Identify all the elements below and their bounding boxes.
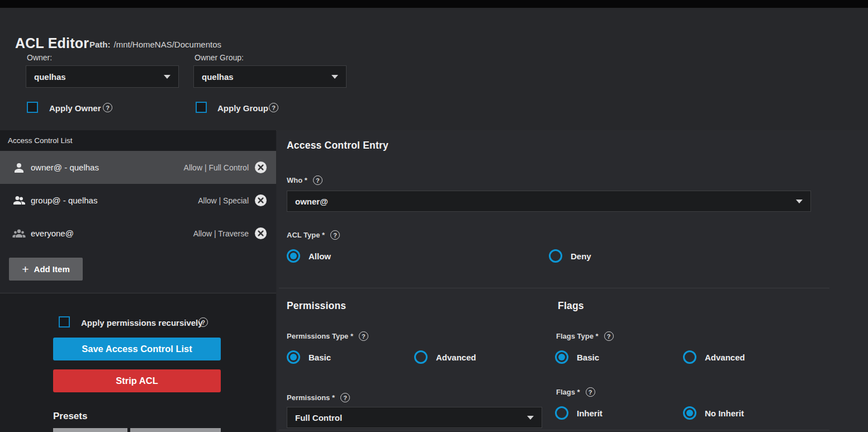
add-item-label: Add Item [34,264,70,274]
flags-section-title: Flags [558,300,584,312]
plus-icon: + [22,263,29,275]
permissions-label-row: Permissions * ? [287,393,350,402]
help-icon[interactable]: ? [340,393,350,402]
apply-recursively-checkbox[interactable] [59,316,70,327]
owner-group-select-value: quelhas [202,72,234,82]
path-value: /mnt/HomeNAS/Documentos [114,40,222,49]
chevron-down-icon [796,200,803,203]
owner-label: Owner: [27,53,52,62]
flags-label: Flags * [556,388,580,396]
chevron-down-icon [527,416,534,420]
delete-entry-icon[interactable] [254,227,267,240]
owner-group-select[interactable]: quelhas [193,65,347,88]
acl-entry-summary: Allow | Special [198,196,249,205]
delete-entry-icon[interactable] [254,194,267,207]
acl-entry-who: group@ - quelhas [31,196,97,205]
people-icon [12,194,26,207]
entry-title: Access Control Entry [287,140,388,151]
acl-type-allow-radio[interactable]: Allow [287,249,331,263]
flags-type-label: Flags Type * [556,332,599,340]
help-icon[interactable]: ? [198,317,208,327]
who-select[interactable]: owner@ [287,191,811,212]
preset-button-partial[interactable] [130,428,221,432]
permissions-type-advanced-label: Advanced [436,353,476,362]
person-icon [12,161,26,174]
permissions-type-basic-radio[interactable]: Basic [287,350,331,364]
flags-type-basic-label: Basic [577,353,599,362]
path-label: Path: [89,40,111,49]
who-select-value: owner@ [295,197,328,206]
permissions-type-label-row: Permissions Type * ? [287,331,368,341]
flags-inherit-label: Inherit [577,409,603,418]
acl-type-label-row: ACL Type * ? [287,230,340,240]
add-item-button[interactable]: + Add Item [9,258,83,281]
acl-list-title: Access Control List [0,130,276,151]
radio-checked-icon[interactable] [287,249,300,263]
acl-entry-who: everyone@ [31,229,74,238]
apply-group-checkbox[interactable] [196,102,207,113]
help-icon[interactable]: ? [359,331,368,341]
chevron-down-icon [164,75,170,79]
permissions-type-basic-label: Basic [309,353,331,362]
acl-entry-who: owner@ - quelhas [31,163,99,172]
strip-acl-button[interactable]: Strip ACL [53,369,221,392]
help-icon[interactable]: ? [269,103,278,112]
acl-type-deny-label: Deny [571,251,591,261]
apply-owner-checkbox[interactable] [27,102,38,113]
acl-type-deny-radio[interactable]: Deny [549,249,591,263]
save-acl-button[interactable]: Save Access Control List [53,338,221,360]
acl-entry-row[interactable]: everyone@ Allow | Traverse [0,217,276,250]
permissions-select[interactable]: Full Control [287,407,542,428]
header: ACL Editor Path:/mnt/HomeNAS/Documentos … [0,8,868,131]
apply-group-label: Apply Group [217,103,268,113]
owner-select[interactable]: quelhas [26,65,179,88]
permissions-select-value: Full Control [295,413,342,422]
acl-list-panel: Access Control List owner@ - quelhas All… [0,130,276,293]
acl-type-label: ACL Type * [287,231,325,239]
flags-type-advanced-label: Advanced [705,353,745,362]
acl-type-allow-label: Allow [309,251,331,261]
acl-entry-summary: Allow | Full Control [184,163,249,172]
flags-type-advanced-radio[interactable]: Advanced [683,350,745,364]
acl-entry-row[interactable]: owner@ - quelhas Allow | Full Control [0,151,276,184]
permissions-section-title: Permissions [287,300,346,312]
radio-unchecked-icon[interactable] [549,249,562,263]
permissions-label: Permissions * [287,393,335,402]
permissions-type-label: Permissions Type * [287,332,353,340]
access-control-entry-panel: Access Control Entry Who * ? owner@ ACL … [277,130,868,432]
owner-group-label: Owner Group: [195,53,244,62]
flags-type-basic-radio[interactable]: Basic [555,350,599,364]
radio-checked-icon[interactable] [287,350,300,364]
help-icon[interactable]: ? [330,230,340,240]
breadcrumb-path: Path:/mnt/HomeNAS/Documentos [89,40,221,49]
radio-unchecked-icon[interactable] [414,350,428,364]
flags-type-label-row: Flags Type * ? [556,331,614,341]
flags-no-inherit-radio[interactable]: No Inherit [683,406,744,420]
apply-recursively-label: Apply permissions recursively [81,318,203,327]
owner-select-value: quelhas [34,72,66,82]
acl-editor-screen: ACL Editor Path:/mnt/HomeNAS/Documentos … [0,0,868,432]
permissions-type-advanced-radio[interactable]: Advanced [414,350,476,364]
radio-checked-icon[interactable] [555,350,568,364]
delete-entry-icon[interactable] [254,161,267,174]
who-label-row: Who * ? [287,175,322,185]
flags-no-inherit-label: No Inherit [705,409,744,418]
section-divider [279,288,829,288]
help-icon[interactable]: ? [103,103,112,112]
help-icon[interactable]: ? [586,387,595,397]
acl-entry-summary: Allow | Traverse [193,229,249,238]
section-divider [279,430,829,430]
radio-unchecked-icon[interactable] [683,350,696,364]
page-title: ACL Editor [15,35,89,51]
acl-actions-panel: Apply permissions recursively ? Save Acc… [0,293,276,432]
help-icon[interactable]: ? [604,331,614,341]
flags-label-row: Flags * ? [556,387,595,397]
flags-inherit-radio[interactable]: Inherit [555,406,603,420]
help-icon[interactable]: ? [313,175,322,185]
chevron-down-icon [331,75,338,79]
radio-checked-icon[interactable] [683,406,696,420]
groups-icon [12,227,26,240]
preset-button-partial[interactable] [53,428,127,432]
radio-unchecked-icon[interactable] [555,406,568,420]
acl-entry-row[interactable]: group@ - quelhas Allow | Special [0,184,276,217]
